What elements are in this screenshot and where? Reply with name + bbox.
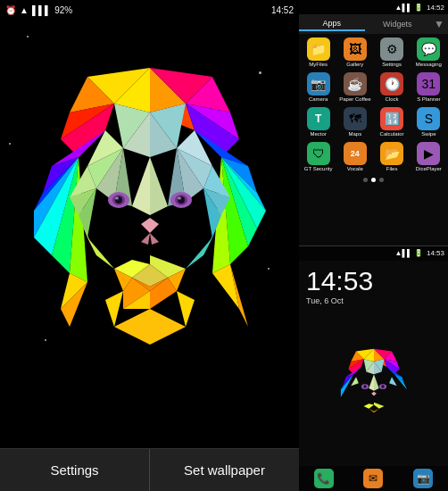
lock-status-icons: ▲▌▌ 🔋 — [394, 249, 422, 257]
list-item[interactable]: 🖼 Gallery — [337, 36, 372, 69]
list-item[interactable]: T Mector — [301, 105, 336, 138]
list-item[interactable]: 📂 Files — [375, 140, 410, 173]
signal-icon: ▌▌▌ — [32, 5, 51, 15]
app-icon-security: 🛡 — [307, 142, 330, 165]
app-label-messaging: Messaging — [416, 62, 442, 67]
app-label-clock: Clock — [386, 96, 399, 102]
list-item[interactable]: 📁 MyFiles — [301, 36, 336, 69]
lock-lion-area — [299, 311, 448, 467]
list-item[interactable]: ⚙ Settings — [375, 36, 410, 69]
app-label-coffee: Paper Coffee — [339, 96, 370, 102]
wifi-icon: ▲ — [20, 5, 29, 15]
lion-svg — [16, 50, 284, 398]
app-icon-myfiles: 📁 — [307, 37, 330, 61]
home-status-time: 14:52 — [427, 4, 444, 12]
wallpaper-preview — [0, 0, 299, 448]
app-label-files: Files — [386, 166, 398, 171]
app-label-security: GT Security — [304, 166, 333, 171]
set-wallpaper-button[interactable]: Set wallpaper — [150, 449, 299, 491]
right-panels: ▲▌▌ 🔋 14:52 Apps Widgets ▼ 📁 MyFiles 🖼 G… — [299, 0, 448, 491]
list-item[interactable]: 💬 Messaging — [411, 36, 446, 69]
svg-point-48 — [178, 197, 181, 200]
dot-2 — [371, 178, 376, 182]
list-item[interactable]: 24 Vocale — [337, 140, 372, 173]
tab-widgets[interactable]: Widgets — [365, 18, 431, 30]
svg-marker-112 — [369, 409, 378, 412]
svg-marker-51 — [141, 218, 159, 233]
app-icon-swipe: S — [417, 107, 440, 130]
app-icon-files: 📂 — [380, 142, 403, 165]
app-icon-diceplayer: ▶ — [417, 142, 440, 165]
main-preview: ⏰ ▲ ▌▌▌ 92% 14:52 — [0, 0, 299, 491]
svg-marker-76 — [114, 309, 186, 345]
svg-marker-49 — [132, 157, 150, 215]
list-item[interactable]: ☕ Paper Coffee — [337, 71, 372, 104]
app-label-mector: Mector — [310, 131, 326, 137]
lock-camera-icon: 📷 — [413, 469, 433, 488]
lock-phone-icon: 📞 — [314, 469, 334, 488]
app-icon-planner: 31 — [417, 72, 440, 96]
svg-marker-108 — [351, 377, 359, 386]
svg-marker-109 — [389, 377, 397, 386]
battery-label: 92% — [54, 5, 72, 15]
svg-marker-106 — [369, 374, 374, 391]
clock-display: 14:52 — [271, 5, 294, 15]
app-icon-coffee: ☕ — [344, 72, 367, 96]
app-icon-camera: 📷 — [307, 72, 330, 96]
app-label-maps: Maps — [349, 131, 362, 137]
tab-arrow[interactable]: ▼ — [430, 18, 448, 30]
list-item[interactable]: 🛡 GT Security — [301, 140, 336, 173]
app-icon-clock: 🕐 — [380, 72, 403, 96]
lock-status-time: 14:53 — [427, 249, 444, 257]
app-label-vocale: Vocale — [347, 166, 363, 171]
app-label-myfiles: MyFiles — [309, 62, 328, 67]
list-item[interactable]: 📷 Camera — [301, 71, 336, 104]
app-icon-calc: 🔢 — [380, 107, 403, 130]
svg-marker-105 — [371, 391, 377, 395]
list-item[interactable]: 🗺 Maps — [337, 105, 372, 138]
list-item[interactable]: 🔢 Calculator — [375, 105, 410, 138]
app-icon-mector: T — [307, 107, 330, 130]
dot-1 — [363, 178, 368, 182]
svg-marker-50 — [150, 157, 168, 215]
app-icon-messaging: 💬 — [417, 37, 440, 61]
lock-dock: 📞 ✉ 📷 — [299, 466, 448, 491]
app-icon-settings: ⚙ — [380, 37, 403, 61]
svg-marker-111 — [374, 402, 384, 408]
dot-3 — [379, 178, 384, 182]
app-label-settings: Settings — [382, 62, 402, 67]
status-time: 14:52 — [271, 5, 294, 15]
svg-marker-107 — [374, 374, 379, 391]
svg-point-104 — [381, 385, 384, 387]
lock-clock: 14:53 — [306, 266, 373, 296]
action-buttons: Settings Set wallpaper — [0, 448, 299, 491]
page-dots — [299, 175, 448, 185]
lock-date: Tue, 6 Oct — [306, 296, 344, 305]
svg-marker-110 — [363, 404, 373, 409]
app-label-calc: Calculator — [380, 131, 404, 137]
app-icon-gallery: 🖼 — [344, 37, 367, 61]
svg-point-42 — [115, 197, 119, 200]
app-tab-bar: Apps Widgets ▼ — [299, 14, 448, 34]
app-grid: 📁 MyFiles 🖼 Gallery ⚙ Settings 💬 Messagi… — [299, 34, 448, 175]
list-item[interactable]: 31 S Planner — [411, 71, 446, 104]
alarm-icon: ⏰ — [5, 5, 16, 15]
svg-marker-62 — [87, 237, 114, 269]
svg-marker-52 — [141, 233, 150, 245]
home-status-bar: ▲▌▌ 🔋 14:52 — [299, 0, 448, 14]
home-screen-preview: ▲▌▌ 🔋 14:52 Apps Widgets ▼ 📁 MyFiles 🖼 G… — [299, 0, 448, 246]
lock-mail-icon: ✉ — [363, 469, 383, 488]
lock-screen-preview: ▲▌▌ 🔋 14:53 14:53 Tue, 6 Oct — [299, 246, 448, 492]
list-item[interactable]: S Swipe — [411, 105, 446, 138]
svg-marker-74 — [105, 291, 123, 327]
settings-button[interactable]: Settings — [0, 449, 150, 491]
tab-apps[interactable]: Apps — [299, 17, 365, 31]
svg-point-101 — [363, 385, 366, 387]
svg-marker-65 — [186, 237, 212, 269]
list-item[interactable]: ▶ DicePlayer — [411, 140, 446, 173]
status-left-icons: ⏰ ▲ ▌▌▌ 92% — [5, 5, 72, 15]
lock-lion-svg — [329, 344, 419, 433]
app-icon-vocale: 24 — [344, 142, 367, 165]
list-item[interactable]: 🕐 Clock — [375, 71, 410, 104]
app-label-planner: S Planner — [417, 96, 440, 102]
